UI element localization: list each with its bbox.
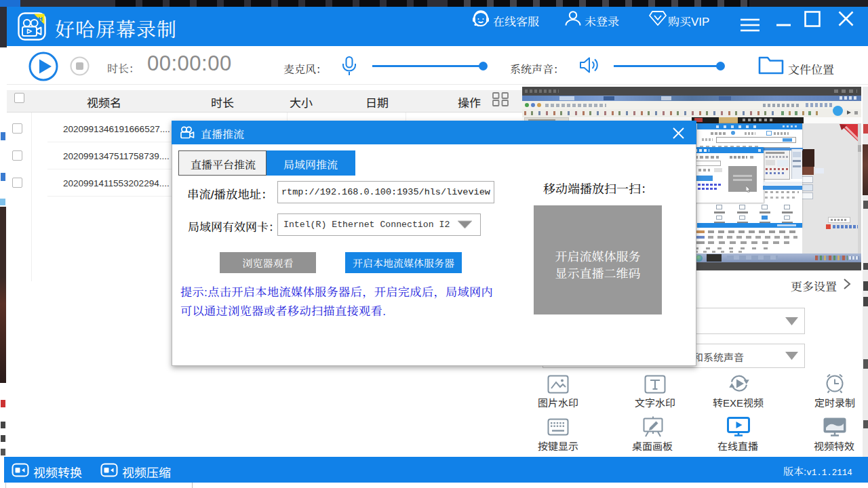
svg-text:H: H bbox=[38, 16, 43, 22]
